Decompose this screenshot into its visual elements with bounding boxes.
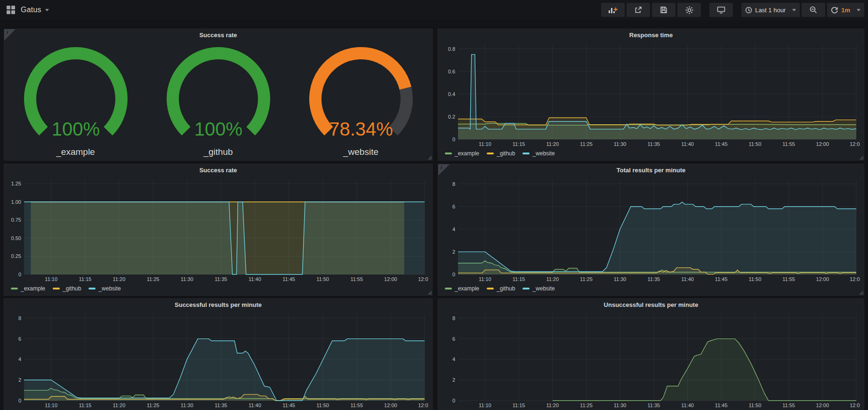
time-range-button[interactable]: Last 1 hour <box>741 3 800 17</box>
share-button[interactable] <box>627 3 650 17</box>
dashboard-title[interactable]: Gatus <box>21 6 41 14</box>
legend-item[interactable]: _example <box>11 285 45 292</box>
legend-item[interactable]: _website <box>522 150 555 157</box>
svg-text:11:55: 11:55 <box>782 402 795 408</box>
legend-dash-icon <box>522 288 530 289</box>
legend-item[interactable]: _website <box>522 285 555 292</box>
panel-resize-handle[interactable] <box>859 290 863 295</box>
legend-item[interactable]: _github <box>487 285 515 292</box>
success-rate-chart[interactable]: 11:1011:1511:2011:2511:3011:3511:4011:45… <box>8 177 428 283</box>
chart-legend: _example_github_website <box>11 284 121 293</box>
settings-button[interactable] <box>677 3 701 17</box>
refresh-icon <box>831 6 838 14</box>
panel-resize-handle[interactable] <box>859 155 863 160</box>
dashboard-dropdown-caret-icon[interactable] <box>45 9 49 11</box>
legend-item[interactable]: _github <box>487 150 515 157</box>
svg-text:0: 0 <box>452 137 455 142</box>
monitor-icon <box>717 6 725 14</box>
svg-text:12:05: 12:05 <box>850 402 860 408</box>
svg-text:11:50: 11:50 <box>316 402 329 408</box>
legend-dash-icon <box>11 288 18 289</box>
panel-resize-handle[interactable] <box>427 290 432 295</box>
gauge-_github: 100%_github <box>147 41 289 157</box>
panel-title[interactable]: Success rate <box>4 29 432 41</box>
legend-dash-icon <box>522 153 530 154</box>
gauge-value: 100% <box>51 119 99 139</box>
panel-resize-handle[interactable] <box>427 155 432 160</box>
total-results-chart[interactable]: 11:1011:1511:2011:2511:3011:3511:4011:45… <box>442 177 860 283</box>
tv-mode-button[interactable] <box>709 3 733 17</box>
svg-text:11:20: 11:20 <box>546 276 559 282</box>
legend-item[interactable]: _github <box>53 285 81 292</box>
legend-series-label: _github <box>63 285 81 292</box>
panel-title[interactable]: Response time <box>438 29 864 41</box>
svg-text:1.00: 1.00 <box>11 199 21 205</box>
svg-text:6: 6 <box>452 336 455 342</box>
successful-results-chart[interactable]: 11:1011:1511:2011:2511:3011:3511:4011:45… <box>8 311 428 409</box>
svg-text:11:25: 11:25 <box>580 276 593 282</box>
svg-text:12:00: 12:00 <box>816 402 829 408</box>
time-range-caret-icon <box>792 9 796 11</box>
panel-title[interactable]: Success rate <box>4 164 432 177</box>
share-icon <box>635 6 642 14</box>
panel-title[interactable]: Unsuccessful results per minute <box>438 299 864 311</box>
legend-dash-icon <box>487 153 494 154</box>
svg-text:11:15: 11:15 <box>513 276 525 282</box>
svg-text:11:30: 11:30 <box>614 276 627 282</box>
legend-series-label: _website <box>98 285 121 292</box>
legend-series-label: _example <box>21 285 45 292</box>
panel-successful-results: Successful results per minute 11:1011:15… <box>4 298 433 410</box>
svg-text:11:45: 11:45 <box>282 276 295 282</box>
gauge-value: 100% <box>194 119 242 139</box>
svg-text:11:35: 11:35 <box>647 276 660 282</box>
gauge-_example: 100%_example <box>4 41 147 157</box>
svg-text:0.4: 0.4 <box>448 91 455 97</box>
panel-title[interactable]: Successful results per minute <box>4 299 432 311</box>
panel-info-icon[interactable]: i <box>4 29 16 40</box>
panel-success-rate-graph: Success rate 11:1011:1511:2011:2511:3011… <box>4 164 433 296</box>
svg-text:11:40: 11:40 <box>681 141 694 147</box>
svg-text:12:00: 12:00 <box>816 276 829 282</box>
panel-info-icon[interactable]: i <box>438 164 450 176</box>
svg-text:11:30: 11:30 <box>181 276 193 282</box>
chart-legend: _example_github_website <box>445 284 555 293</box>
dashboard-grid-icon[interactable] <box>7 6 15 14</box>
refresh-button[interactable]: 1m <box>827 3 864 17</box>
svg-text:11:40: 11:40 <box>681 276 694 282</box>
legend-item[interactable]: _website <box>88 285 121 292</box>
gauge-row: 100%_example100%_github78.34%_website <box>4 41 432 157</box>
zoom-out-button[interactable] <box>802 3 825 17</box>
svg-text:8: 8 <box>18 315 21 321</box>
svg-text:0.75: 0.75 <box>11 217 21 223</box>
unsuccessful-results-chart[interactable]: 11:1011:1511:2011:2511:3011:3511:4011:45… <box>442 311 860 409</box>
save-button[interactable] <box>652 3 675 17</box>
panel-response-time: Response time 11:1011:1511:2011:2511:301… <box>438 29 864 161</box>
svg-text:0: 0 <box>18 272 21 277</box>
svg-text:11:50: 11:50 <box>749 141 762 147</box>
svg-text:11:10: 11:10 <box>479 141 491 147</box>
panel-title[interactable]: Total results per minute <box>438 164 864 177</box>
svg-text:11:20: 11:20 <box>113 276 126 282</box>
gauge-_website: 78.34%_website <box>289 41 432 157</box>
legend-item[interactable]: _example <box>445 285 479 292</box>
svg-text:11:25: 11:25 <box>580 141 593 147</box>
svg-text:11:45: 11:45 <box>715 141 728 147</box>
svg-text:0.25: 0.25 <box>11 253 21 259</box>
refresh-caret-icon <box>857 9 860 11</box>
add-panel-button[interactable] <box>601 3 625 17</box>
svg-text:11:20: 11:20 <box>546 402 559 408</box>
svg-text:11:55: 11:55 <box>350 276 363 282</box>
svg-text:11:15: 11:15 <box>79 276 91 282</box>
legend-item[interactable]: _example <box>445 150 479 157</box>
save-icon <box>660 6 667 14</box>
svg-text:12:00: 12:00 <box>384 402 397 408</box>
svg-text:11:30: 11:30 <box>614 141 627 147</box>
svg-text:1.25: 1.25 <box>11 181 21 186</box>
svg-text:0: 0 <box>452 398 455 403</box>
legend-series-label: _website <box>532 150 555 157</box>
svg-text:11:10: 11:10 <box>479 276 491 282</box>
svg-text:12:05: 12:05 <box>418 402 428 408</box>
response-time-chart[interactable]: 11:1011:1511:2011:2511:3011:3511:4011:45… <box>442 41 860 148</box>
svg-text:11:45: 11:45 <box>715 402 728 408</box>
svg-text:11:15: 11:15 <box>513 402 525 408</box>
